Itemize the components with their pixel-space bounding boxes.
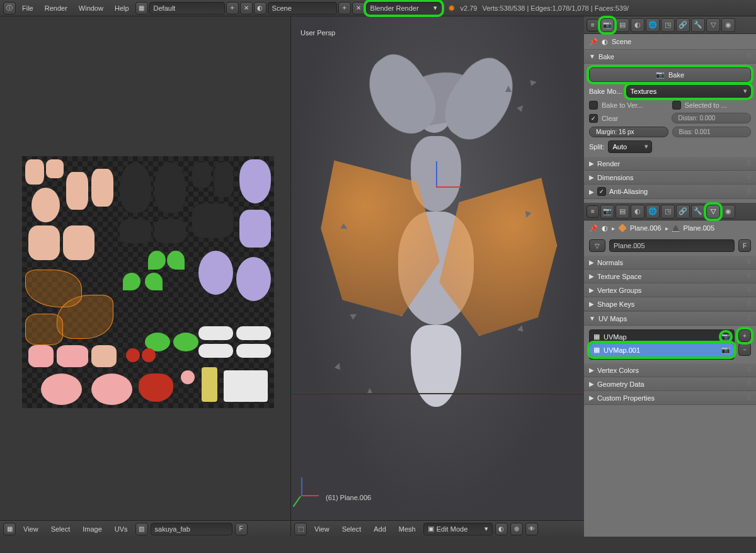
bake-button[interactable]: 📷 Bake <box>589 67 751 82</box>
menu-file[interactable]: File <box>17 3 38 14</box>
uv-menu-view[interactable]: View <box>18 523 43 535</box>
prop-editor-type-icon-2[interactable]: ≡ <box>587 205 599 218</box>
tab2-object-icon[interactable]: ◳ <box>661 205 675 219</box>
tab2-modifiers-icon[interactable]: 🔧 <box>691 205 705 219</box>
pin-icon-2[interactable]: 📌 <box>589 224 598 232</box>
mesh-browse-icon[interactable]: ▽ <box>589 239 605 252</box>
clear-checkbox[interactable]: ✓ <box>589 114 598 123</box>
tab-render-icon[interactable]: 📷 <box>600 18 614 32</box>
menu-render[interactable]: Render <box>40 3 72 14</box>
clear-label: Clear <box>602 115 668 122</box>
editor-type-uv-icon[interactable]: ▦ <box>3 523 16 535</box>
visibility-button[interactable]: 👁 <box>525 523 538 535</box>
add-screen-button[interactable]: + <box>226 2 239 14</box>
scene-browse-icon[interactable]: ◐ <box>254 2 266 14</box>
tab2-data-icon[interactable]: ▽ <box>706 205 720 219</box>
tab-constraints-icon[interactable]: 🔗 <box>676 18 690 32</box>
tab-material-icon[interactable]: ◉ <box>721 18 735 32</box>
mode-dropdown[interactable]: ▣ Edit Mode ▾ <box>423 523 493 535</box>
vp-menu-mesh[interactable]: Mesh <box>394 523 421 535</box>
mesh-name-field[interactable]: Plane.005 <box>609 239 735 252</box>
pivot-button[interactable]: ⊕ <box>510 523 523 535</box>
tab-world-icon[interactable]: 🌐 <box>646 18 660 32</box>
render-engine-dropdown[interactable]: Blender Render ▾ <box>366 2 442 14</box>
shape-keys-panel-header[interactable]: ▶Shape Keys⠿ <box>584 297 756 311</box>
uv-active-render-icon[interactable]: 📷 <box>721 333 730 341</box>
bake-button-label: Bake <box>668 71 684 79</box>
geometry-data-panel-header[interactable]: ▶Geometry Data⠿ <box>584 377 756 391</box>
uv-map-item-1[interactable]: ▦ UVMap.001 📷 <box>590 343 734 356</box>
active-object-label: (61) Plane.006 <box>326 494 371 501</box>
screen-layout-field[interactable]: Default <box>149 2 225 14</box>
normals-panel-header[interactable]: ▶Normals⠿ <box>584 256 756 270</box>
image-fake-user-button[interactable]: F <box>235 523 248 535</box>
texture-space-panel-header[interactable]: ▶Texture Space⠿ <box>584 270 756 283</box>
custom-properties-panel-header[interactable]: ▶Custom Properties⠿ <box>584 391 756 405</box>
mode-value: Edit Mode <box>437 525 468 533</box>
tab2-material-icon[interactable]: ◉ <box>721 205 735 219</box>
screen-browse-icon[interactable]: ▦ <box>135 2 148 14</box>
margin-field[interactable]: Margin: 16 px <box>589 127 668 137</box>
tab2-layers-icon[interactable]: ▤ <box>616 205 629 219</box>
uv-map-add-button[interactable]: ＋ <box>738 329 751 342</box>
pin-icon[interactable]: 📌 <box>589 38 598 46</box>
selected-to-active-checkbox[interactable] <box>672 101 681 110</box>
scene-field[interactable]: Scene <box>268 2 337 14</box>
viewport-3d: User Persp <box>291 16 584 537</box>
uv-maps-list[interactable]: ▦ UVMap 📷 ▦ UVMap.001 📷 <box>589 329 735 360</box>
render-panel-header[interactable]: ▶Render⠿ <box>584 157 756 171</box>
mesh-name: Plane.005 <box>614 242 645 249</box>
menu-window[interactable]: Window <box>74 3 108 14</box>
breadcrumb-mesh[interactable]: Plane.005 <box>684 224 715 232</box>
uv-canvas[interactable] <box>0 16 290 520</box>
dimensions-panel-header[interactable]: ▶Dimensions⠿ <box>584 171 756 185</box>
editor-type-info-icon[interactable]: ⓘ <box>3 2 16 14</box>
mesh-fake-user-button[interactable]: F <box>738 239 751 252</box>
uv-menu-image[interactable]: Image <box>77 523 107 535</box>
vp-menu-select[interactable]: Select <box>337 523 367 535</box>
tab-render-layers-icon[interactable]: ▤ <box>616 18 629 32</box>
bias-field[interactable]: Bias: 0.001 <box>672 127 752 137</box>
tab2-constraints-icon[interactable]: 🔗 <box>676 205 690 219</box>
uv-menu-select[interactable]: Select <box>46 523 76 535</box>
vertex-groups-title: Vertex Groups <box>597 287 641 294</box>
tab-data-icon[interactable]: ▽ <box>706 18 720 32</box>
tab2-render-icon[interactable]: 📷 <box>600 205 614 219</box>
shading-button[interactable]: ◐ <box>495 523 508 535</box>
vp-menu-view[interactable]: View <box>309 523 335 535</box>
vp-menu-add[interactable]: Add <box>369 523 391 535</box>
uv-menu-uvs[interactable]: UVs <box>110 523 133 535</box>
bake-mode-dropdown[interactable]: Textures <box>626 85 751 98</box>
tab-scene-icon[interactable]: ◐ <box>631 18 644 32</box>
viewport-canvas[interactable]: User Persp <box>291 16 584 520</box>
prop-editor-type-icon[interactable]: ≡ <box>587 19 599 31</box>
tab2-scene-icon[interactable]: ◐ <box>631 205 644 219</box>
uv-maps-header[interactable]: ▼ UV Maps ⠿ <box>584 312 756 326</box>
delete-screen-button[interactable]: ✕ <box>240 2 253 14</box>
image-name-field[interactable]: sakuya_fab <box>151 523 232 535</box>
breadcrumb-object[interactable]: Plane.006 <box>630 224 662 232</box>
blender-logo-icon: ✹ <box>448 3 455 13</box>
bake-panel-title: Bake <box>598 53 614 60</box>
bake-to-vertex-checkbox[interactable] <box>589 101 598 110</box>
vertex-colors-panel-header[interactable]: ▶Vertex Colors⠿ <box>584 363 756 377</box>
viewport-label: User Persp <box>301 29 335 37</box>
menu-help[interactable]: Help <box>110 3 134 14</box>
tab-object-icon[interactable]: ◳ <box>661 18 675 32</box>
uv-map-remove-button[interactable]: － <box>738 343 751 356</box>
split-dropdown[interactable]: Auto <box>608 140 652 153</box>
uv-map-item-0[interactable]: ▦ UVMap 📷 <box>590 330 734 343</box>
breadcrumb-scene[interactable]: Scene <box>612 38 631 45</box>
tab-modifiers-icon[interactable]: 🔧 <box>691 18 705 32</box>
add-scene-button[interactable]: + <box>338 2 351 14</box>
anti-aliasing-panel-header[interactable]: ▶ ✓ Anti-Aliasing⠿ <box>584 185 756 199</box>
bake-panel-header[interactable]: ▼ Bake ⠿ <box>584 50 756 64</box>
delete-scene-button[interactable]: ✕ <box>352 2 365 14</box>
uv-render-toggle-icon[interactable]: 📷 <box>721 346 730 354</box>
image-browse-icon[interactable]: ▧ <box>135 523 148 535</box>
anti-aliasing-checkbox[interactable]: ✓ <box>597 187 606 196</box>
editor-type-3d-icon[interactable]: ⬚ <box>294 523 307 535</box>
vertex-groups-panel-header[interactable]: ▶Vertex Groups⠿ <box>584 283 756 297</box>
tab2-world-icon[interactable]: 🌐 <box>646 205 660 219</box>
distance-field[interactable]: Distan: 0.000 <box>672 113 752 123</box>
